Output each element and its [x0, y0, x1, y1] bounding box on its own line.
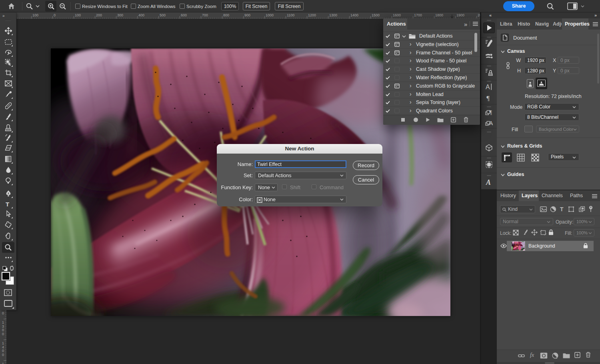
svg-text:A: A	[486, 178, 491, 186]
svg-text:A: A	[489, 120, 493, 126]
svg-text:¶: ¶	[490, 110, 492, 116]
svg-text:T: T	[6, 201, 9, 207]
svg-text:A: A	[486, 84, 490, 90]
svg-text:¶: ¶	[486, 94, 490, 102]
